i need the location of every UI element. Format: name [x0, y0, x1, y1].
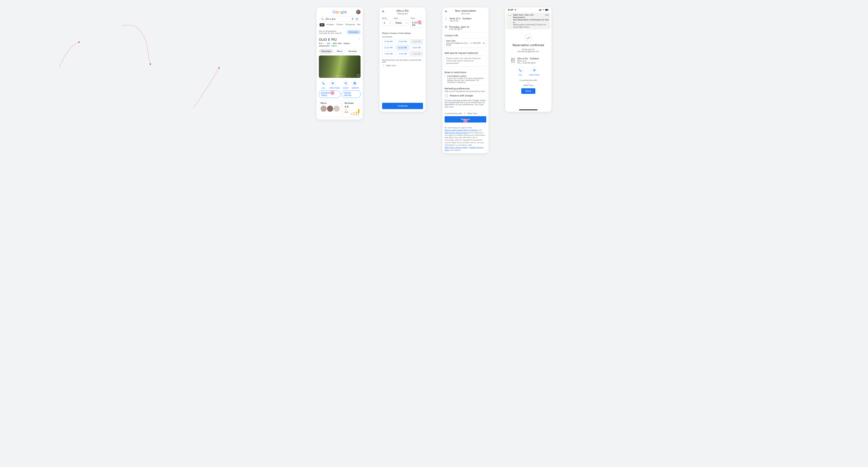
chevron-right-icon[interactable]: › [344, 75, 345, 77]
search-icon [321, 18, 324, 21]
time-slot[interactable]: 6:30 PM [396, 45, 409, 50]
time-select[interactable]: 6:30 PM▾ [410, 20, 423, 28]
done-button[interactable]: Done [521, 88, 535, 94]
share-action[interactable]: SHARE [342, 80, 349, 89]
party-select[interactable]: 2▾ [382, 20, 392, 26]
tos-end: also applies. [450, 149, 461, 151]
notification[interactable]: Table Time | Olio e Più Reservationsnow … [506, 13, 550, 29]
page-title: Olio e Più [396, 9, 409, 12]
globe-icon [351, 80, 358, 86]
time-slot[interactable]: 5:45 PM [396, 39, 409, 44]
details-l1: Olio e Più · Outdoor [517, 57, 539, 60]
rules-header: Rules & restrictions [444, 71, 486, 74]
reserve-table-button[interactable]: RESERVE A TABLE [319, 90, 340, 98]
time-grid: 5:30 PM5:45 PM6:00 PM6:15 PM6:30 PM6:45 … [382, 39, 423, 56]
svg-rect-7 [445, 26, 447, 28]
avatar[interactable] [356, 10, 361, 14]
see-more-link[interactable]: See more [444, 106, 454, 108]
date-select[interactable]: Today▾ [394, 20, 409, 26]
tos-link-2[interactable]: Table Time's Terms of Use [444, 132, 467, 134]
back-icon[interactable] [382, 10, 385, 13]
notif-more-icon[interactable]: … [547, 24, 549, 28]
notif-time: now [545, 14, 549, 19]
partner-text: Booking times are provided in partnershi… [382, 59, 423, 63]
tos-link-3[interactable]: Table Time's Privacy Policy [444, 146, 468, 148]
screen-google-search: Google olio e piu All Images Videos Shop… [317, 7, 363, 120]
search-input[interactable]: olio e piu [319, 16, 361, 22]
choose-time-label: Please choose a time below: [382, 32, 423, 34]
time-slot[interactable]: 6:45 PM [410, 45, 423, 50]
hero-photo[interactable]: ‹ › [319, 56, 361, 78]
directions-action[interactable]: DIRECTIONS [330, 80, 340, 89]
lens-icon[interactable] [355, 18, 359, 21]
tab-overview[interactable]: Overview [319, 49, 333, 54]
date-day: 21 [511, 57, 515, 61]
directions-icon [531, 67, 537, 74]
order-online-button[interactable]: ORDER ONLINE [342, 90, 361, 98]
checkbox-input[interactable] [445, 94, 448, 97]
generate-button[interactable]: Generate [347, 30, 361, 34]
directions-action[interactable]: DIRECTIONS [529, 67, 539, 76]
website-action[interactable]: WEBSITE [351, 80, 359, 89]
time-slot[interactable]: 5:30 PM [382, 39, 395, 44]
date-label: Date [394, 17, 409, 19]
special-header: Add special request (optional) [444, 52, 486, 54]
continue-button[interactable]: Continue [382, 103, 423, 109]
fork-knife-icon: 🍴 [505, 82, 551, 84]
reserve-button[interactable]: Reserve [444, 116, 486, 122]
phone-icon [320, 80, 327, 86]
star-icon: ★ [344, 108, 347, 111]
contact-card[interactable]: John Doe johndoe12@gmail.com + 1 458-849… [444, 38, 486, 48]
more-icon[interactable]: ⋮ [358, 38, 361, 40]
rating-value: 4.6 [319, 42, 322, 45]
share-icon [342, 80, 349, 86]
cancel-title: Cancellation policy [447, 75, 486, 77]
tab-videos[interactable]: Videos [336, 23, 343, 26]
time-slot[interactable]: 6:15 PM [382, 45, 395, 50]
chevron-down-icon: ▾ [390, 22, 391, 24]
chevron-right-icon: › [339, 102, 340, 104]
tab-photos[interactable]: Photos [360, 49, 363, 54]
back-icon[interactable] [444, 10, 448, 13]
svg-rect-15 [549, 9, 549, 10]
time-slot[interactable]: 7:15 PM [396, 51, 409, 56]
time-label: Time [410, 17, 423, 19]
partner-name: Table Time [467, 113, 477, 115]
marketing-header: Marketing preferences [444, 87, 486, 90]
histogram [350, 109, 360, 113]
tab-news[interactable]: News [357, 23, 361, 26]
chevron-left-icon[interactable]: ‹ [335, 75, 335, 77]
tab-shopping[interactable]: Shopping [345, 23, 355, 26]
expand-icon[interactable] [357, 75, 360, 77]
special-request-input[interactable] [444, 56, 486, 67]
tab-menu[interactable]: Menu [335, 49, 345, 54]
search-tabs: All Images Videos Shopping News Maps [319, 22, 361, 28]
partner-name: Table Time [505, 84, 551, 86]
partner-pre: In partnership with [444, 113, 462, 115]
tab-all[interactable]: All [319, 23, 324, 26]
mic-icon[interactable] [351, 18, 354, 21]
summary-line1: Party of 2 · Outdoor [450, 17, 472, 20]
call-action[interactable]: CALL [517, 67, 524, 76]
battery-icon [545, 9, 549, 11]
reviews-card[interactable]: Reviews› 4.6 ★ (6K) 12345 [343, 100, 361, 117]
call-action[interactable]: CALL [320, 80, 327, 89]
google-logo: Google [333, 10, 347, 14]
tos-pre: By continuing you agree to the [444, 127, 472, 129]
tos-link-1[interactable]: Reserve with Google Terms of Service [444, 129, 478, 131]
party-label: Party [382, 17, 392, 19]
tab-images[interactable]: Images [327, 23, 334, 26]
contact-email: johndoe12@gmail.com [446, 42, 468, 44]
time-slot[interactable]: 7:00 PM [382, 51, 395, 56]
tab-reviews[interactable]: Reviews [346, 49, 359, 54]
reviews-link[interactable]: (6K) [327, 42, 331, 45]
status-time: 5:27 [508, 8, 514, 11]
svg-rect-12 [541, 9, 541, 10]
menu-card[interactable]: Menu› [319, 100, 341, 117]
marketing-checkbox[interactable]: Reserve with Google [444, 94, 486, 97]
page-subtitle: Olio e Più [455, 13, 476, 15]
check-icon [525, 34, 532, 42]
partner-name: Table Time [386, 65, 396, 67]
time-slot: 6:00 PM [410, 39, 423, 44]
directions-icon [330, 80, 336, 86]
